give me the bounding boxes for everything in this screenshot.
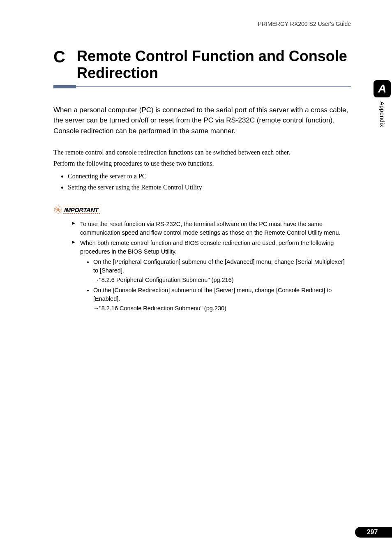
cross-reference: →"8.2.16 Console Redirection Submenu" (p… <box>93 304 351 313</box>
important-badge: % IMPORTANT <box>53 205 100 214</box>
body-text: The remote control and console redirecti… <box>53 148 351 169</box>
intro-paragraph: When a personal computer (PC) is connect… <box>53 105 351 136</box>
list-item: Connecting the server to a PC <box>68 171 351 182</box>
sub-item-text: On the [Peripheral Configuration] submen… <box>93 259 345 274</box>
important-label: IMPORTANT <box>63 206 100 214</box>
body-line: Perform the following procedures to use … <box>53 159 351 169</box>
list-item: On the [Peripheral Configuration] submen… <box>93 258 351 284</box>
svg-text:%: % <box>55 206 61 213</box>
important-sublist: On the [Peripheral Configuration] submen… <box>93 258 351 313</box>
list-item: Setting the server using the Remote Cont… <box>68 182 351 193</box>
page-number-badge: 297 <box>355 527 392 538</box>
chapter-heading: C Remote Control Function and Console Re… <box>25 48 367 82</box>
cross-reference: →"8.2.6 Peripheral Configuration Submenu… <box>93 276 351 284</box>
header-running-title: PRIMERGY RX200 S2 User's Guide <box>25 21 367 27</box>
important-list: To use the reset function via RS-232C, t… <box>72 220 351 313</box>
important-item-text: To use the reset function via RS-232C, t… <box>80 221 341 236</box>
important-icon: % <box>53 205 62 214</box>
procedure-list: Connecting the server to a PC Setting th… <box>68 171 351 193</box>
body-line: The remote control and console redirecti… <box>53 148 351 158</box>
chapter-title: Remote Control Function and Console Redi… <box>77 48 367 82</box>
sub-item-text: On the [Console Redirection] submenu of … <box>93 287 332 302</box>
list-item: On the [Console Redirection] submenu of … <box>93 286 351 313</box>
appendix-tab-label: Appendix <box>379 102 385 127</box>
appendix-tab-badge: A <box>374 80 391 97</box>
list-item: When both remote control function and BI… <box>72 239 351 313</box>
chapter-letter: C <box>53 48 65 65</box>
side-tab: A Appendix <box>372 80 392 127</box>
important-item-text: When both remote control function and BI… <box>80 240 334 255</box>
list-item: To use the reset function via RS-232C, t… <box>72 220 351 237</box>
heading-underline <box>53 85 351 88</box>
